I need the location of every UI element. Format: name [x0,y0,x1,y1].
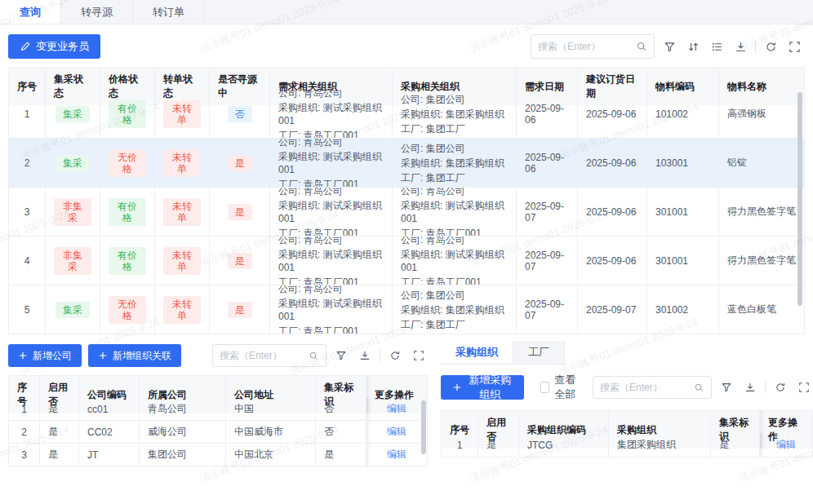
status-tag: 非集采 [54,247,91,275]
download-icon[interactable] [731,38,749,55]
tab-purchase-org[interactable]: 采购组织 [441,341,513,364]
org-toolbar: 新增采购组织 查看全部 [441,373,813,402]
refresh-icon[interactable] [386,347,404,365]
add-org-link-button[interactable]: 新增组织关联 [88,344,181,367]
data-cell: 是 [40,421,79,443]
data-cell: 中国北京 [226,444,316,466]
org-line: 工厂: 集团工厂 [401,318,465,331]
edit-link[interactable]: 编辑 [776,438,796,452]
add-purchase-org-label: 新增采购组织 [467,373,513,402]
data-cell: 集团公司 [140,444,226,466]
filter-icon[interactable] [660,38,678,55]
data-cell: 2025-09-07 [517,188,578,236]
table-row[interactable]: 1是cc01青岛公司中国否编辑 [9,397,427,420]
search-icon [636,41,647,52]
status-tag: 是 [228,302,252,318]
org-line: 工厂: 集团工厂 [401,122,465,135]
status-cell: 无价格 [100,285,155,334]
data-cell: 3 [9,444,40,466]
org-line: 工厂: 青岛工厂001 [278,325,359,334]
table-row[interactable]: 1是JTCG集团采购组织是编辑 [442,432,812,457]
refresh-icon[interactable] [771,378,789,396]
table-row[interactable]: 4非集采有价格未转单是公司: 青岛公司采购组织: 测试采购组织001工厂: 青岛… [9,236,804,285]
main-search-input[interactable] [538,41,636,52]
tab-transfer-sourcing[interactable]: 转寻源 [61,0,133,24]
data-cell: 得力黑色签字笔 [719,188,804,236]
data-cell: 是 [40,444,79,466]
table-row[interactable]: 1集采有价格未转单否公司: 青岛公司采购组织: 测试采购组织001工厂: 青岛工… [9,89,804,138]
change-salesman-button[interactable]: 变更业务员 [8,34,100,59]
data-cell: 301001 [647,237,719,285]
status-tag: 无价格 [109,149,146,177]
edit-link[interactable]: 编辑 [387,448,406,462]
data-cell: 威海公司 [140,421,226,443]
tab-factory[interactable]: 工厂 [513,341,565,364]
status-cell: 是 [210,285,270,334]
toolbar-divider [380,350,380,361]
data-cell: 否 [316,421,367,443]
data-cell: 是 [478,433,519,457]
org-search-input[interactable] [600,382,694,393]
fullscreen-icon[interactable] [795,378,813,396]
filter-icon[interactable] [717,378,735,396]
download-icon[interactable] [356,347,374,365]
org-line: 工厂: 青岛工厂001 [401,276,482,285]
status-tag: 集采 [56,106,90,122]
column-list-icon[interactable] [708,38,726,55]
purchase-org-cell: 公司: 集团公司采购组织: 集团采购组织工厂: 集团工厂 [393,139,517,187]
filter-icon[interactable] [332,347,350,365]
pencil-icon [20,41,31,52]
edit-link[interactable]: 编辑 [387,402,406,416]
status-cell: 有价格 [100,237,155,285]
add-company-button[interactable]: 新增公司 [8,344,82,367]
sort-icon[interactable] [684,38,702,55]
main-search [531,34,655,59]
org-line: 采购组织: 测试采购组织001 [278,199,384,225]
edit-link[interactable]: 编辑 [387,425,406,439]
main-table-scrollbar[interactable] [797,92,802,306]
company-search-input[interactable] [220,350,309,361]
org-line: 公司: 青岛公司 [401,188,465,197]
table-row[interactable]: 3非集采有价格未转单是公司: 青岛公司采购组织: 测试采购组织001工厂: 青岛… [9,187,804,236]
org-line: 公司: 集团公司 [401,142,465,155]
plus-icon [452,382,462,392]
add-purchase-org-button[interactable]: 新增采购组织 [441,375,524,400]
data-cell: 2025-09-06 [578,188,647,236]
org-toolbar-tools [593,376,813,399]
table-row[interactable]: 2是CC02威海公司中国威海市否编辑 [9,420,427,443]
main-table: 序号集采状态价格状态转单状态是否寻源中需求相关组织采购相关组织需求日期建议订货日… [8,67,805,334]
company-table-scrollbar[interactable] [421,400,426,454]
fullscreen-icon[interactable] [410,347,428,365]
status-tag: 有价格 [109,247,146,275]
status-tag: 有价格 [109,198,146,226]
org-line: 工厂: 青岛工厂001 [278,129,359,139]
fullscreen-icon[interactable] [785,38,803,55]
download-icon[interactable] [741,378,759,396]
search-icon [694,382,704,393]
status-tag: 未转单 [163,247,201,275]
data-cell: 2025-09-07 [517,285,578,334]
status-cell: 集采 [46,139,100,187]
data-cell: 否 [316,398,367,420]
tab-transfer-order[interactable]: 转订单 [133,0,205,24]
org-line: 公司: 青岛公司 [401,237,465,246]
tab-query[interactable]: 查询 [0,0,61,24]
company-toolbar-tools [212,344,428,367]
refresh-icon[interactable] [762,38,780,55]
status-tag: 未转单 [163,296,201,324]
company-toolbar: 新增公司 新增组织关联 [8,344,428,367]
table-row[interactable]: 2集采无价格未转单是公司: 青岛公司采购组织: 测试采购组织001工厂: 青岛工… [9,138,804,187]
data-cell: 得力黑色签字笔 [719,237,804,285]
status-cell: 非集采 [46,188,100,236]
view-all-checkbox-wrap[interactable]: 查看全部 [540,373,586,402]
purchase-org-cell: 公司: 集团公司采购组织: 集团采购组织工厂: 集团工厂 [393,285,517,334]
status-cell: 是 [210,139,270,187]
top-tabbar: 查询 转寻源 转订单 [0,0,813,24]
table-row[interactable]: 3是JT集团公司中国北京是编辑 [9,443,427,466]
table-row[interactable]: 5集采无价格未转单是公司: 青岛公司采购组织: 测试采购组织001工厂: 青岛工… [9,285,804,334]
status-cell: 否 [210,90,270,138]
status-tag: 未转单 [163,149,201,177]
view-all-checkbox[interactable] [540,382,549,393]
purchase-org-table: 序号启用否采购组织编码采购组织集采标识更多操作 1是JTCG集团采购组织是编辑 [441,410,813,458]
org-line: 采购组织: 测试采购组织001 [401,248,508,274]
